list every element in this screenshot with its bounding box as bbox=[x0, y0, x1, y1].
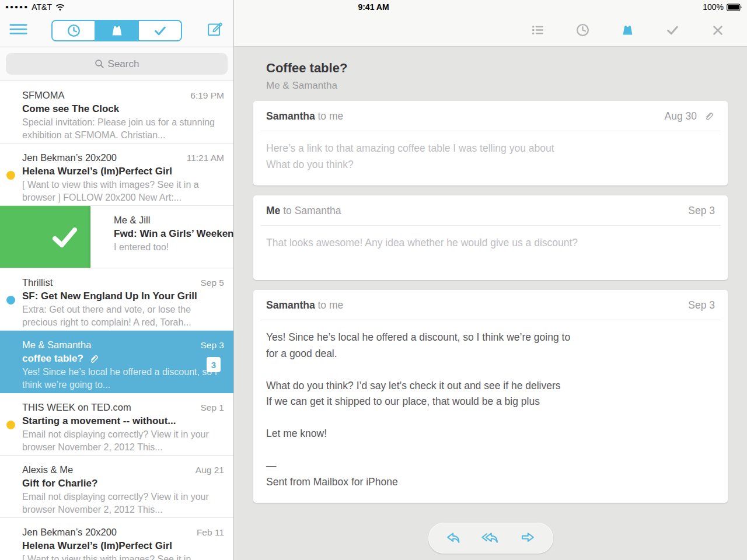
email-row-content: Me & SamanthaSep 3coffee table?Yes! Sinc… bbox=[0, 331, 233, 393]
message-body-line: If we can get it shipped to our place, t… bbox=[266, 394, 715, 410]
message-body-line: Let me know! bbox=[266, 426, 715, 442]
email-sender: Jen Bekman’s 20x200 bbox=[22, 151, 117, 164]
thread-title: Coffee table? bbox=[266, 61, 715, 76]
mailbox-icon bbox=[110, 23, 124, 38]
defer-button[interactable] bbox=[560, 23, 605, 37]
message-body: Here’s a link to that amazing coffee tab… bbox=[253, 131, 728, 186]
message-card[interactable]: Samantha to meAug 30Here’s a link to tha… bbox=[253, 101, 728, 186]
carrier-label: AT&T bbox=[32, 2, 52, 12]
email-time: Sep 5 bbox=[200, 276, 224, 289]
message-list-button[interactable] bbox=[515, 23, 560, 37]
email-subject: Come see The Clock bbox=[22, 102, 224, 116]
paperclip-icon bbox=[703, 110, 715, 123]
thread-participants: Me & Samantha bbox=[266, 80, 715, 92]
email-list-item[interactable]: Jen Bekman’s 20x20011:21 AMHelena Wurzel… bbox=[0, 144, 233, 206]
email-list-item[interactable]: Alexis & MeAug 21Gift for Charlie?Email … bbox=[0, 456, 233, 518]
reply-all-icon bbox=[480, 529, 501, 547]
archive-button[interactable] bbox=[650, 23, 695, 37]
delete-button[interactable] bbox=[695, 23, 740, 37]
message-body-line: for a good deal. bbox=[266, 346, 715, 362]
email-time: Aug 21 bbox=[196, 463, 224, 477]
archive-swipe-zone bbox=[0, 206, 90, 268]
check-icon bbox=[153, 23, 167, 38]
compose-button[interactable] bbox=[206, 20, 224, 38]
message-from: Me to Samantha bbox=[266, 205, 341, 217]
email-time: 11:21 AM bbox=[187, 151, 224, 164]
message-body-line: Sent from Mailbox for iPhone bbox=[266, 474, 715, 491]
email-sender: Jen Bekman’s 20x200 bbox=[22, 526, 117, 539]
clock-icon bbox=[575, 23, 590, 37]
email-preview: [ Want to view this with images? See it … bbox=[22, 178, 224, 204]
tab-inbox[interactable] bbox=[95, 21, 138, 40]
email-preview: [ Want to view this with images? See it … bbox=[22, 553, 224, 560]
list-icon bbox=[530, 23, 545, 37]
email-list-item[interactable]: Jen Bekman’s 20x200Feb 11Helena Wurzel’s… bbox=[0, 518, 233, 560]
tab-archive[interactable] bbox=[138, 21, 181, 40]
message-card[interactable]: Me to SamanthaSep 3That looks awesome! A… bbox=[253, 195, 728, 280]
email-time: 6:19 PM bbox=[190, 89, 224, 102]
email-time: Sep 1 bbox=[200, 401, 224, 414]
email-sender: THIS WEEK on TED.com bbox=[22, 401, 131, 414]
message-from: Samantha to me bbox=[266, 299, 343, 312]
unread-dot bbox=[6, 421, 15, 429]
email-subject: Starting a movement -- without... bbox=[22, 414, 224, 428]
message-header: Samantha to meAug 30 bbox=[253, 101, 728, 131]
reply-icon bbox=[444, 529, 462, 547]
email-subject: coffee table? bbox=[22, 352, 224, 366]
message-from: Samantha to me bbox=[266, 110, 343, 123]
search-icon bbox=[95, 59, 104, 69]
email-subject: Fwd: Win a Girls’ Weekend Getaway! bbox=[114, 227, 233, 241]
email-list-item[interactable]: ThrillistSep 5SF: Get New England Up In … bbox=[0, 268, 233, 331]
message-date: Sep 3 bbox=[688, 205, 715, 217]
message-meta: Aug 30 bbox=[665, 110, 715, 123]
email-preview: Email not displaying correctly? View it … bbox=[22, 428, 224, 453]
close-icon bbox=[711, 23, 725, 37]
mailbox-segmented-control bbox=[51, 20, 182, 41]
message-body-line: What do you think? I’d say let’s check i… bbox=[266, 378, 715, 394]
email-list-item[interactable]: SFMOMA6:19 PMCome see The ClockSpecial i… bbox=[0, 81, 233, 144]
email-subject: Helena Wurzel’s (Im)Perfect Girl bbox=[22, 164, 224, 178]
email-sender: Me & Samantha bbox=[22, 338, 91, 352]
email-time: Feb 11 bbox=[197, 526, 224, 539]
menu-button[interactable] bbox=[9, 23, 27, 36]
archive-check-icon bbox=[48, 223, 81, 251]
email-preview: Extra: Get out there and vote, or lose t… bbox=[22, 303, 224, 328]
search-area: Search bbox=[0, 47, 233, 81]
message-body: That looks awesome! Any idea whether he … bbox=[253, 226, 728, 280]
tab-later[interactable] bbox=[53, 21, 95, 40]
email-subject: Gift for Charlie? bbox=[22, 477, 224, 491]
check-icon bbox=[665, 23, 680, 37]
message-body-line bbox=[266, 410, 715, 426]
email-preview: Yes! Since he’s local he offered a disco… bbox=[22, 366, 224, 391]
search-input[interactable]: Search bbox=[6, 53, 228, 75]
thread-header: Coffee table? Me & Samantha bbox=[234, 47, 747, 99]
message-date: Aug 30 bbox=[665, 110, 697, 123]
email-subject: Helena Wurzel’s (Im)Perfect Girl bbox=[22, 539, 224, 553]
message-card[interactable]: Samantha to meSep 3Yes! Since he’s local… bbox=[253, 290, 728, 503]
email-subject: SF: Get New England Up In Your Grill bbox=[22, 289, 224, 303]
email-row-content: SFMOMA6:19 PMCome see The ClockSpecial i… bbox=[0, 81, 233, 143]
message-body-line: Here’s a link to that amazing coffee tab… bbox=[266, 141, 715, 157]
email-list-pane: Search SFMOMA6:19 PMCome see The ClockSp… bbox=[0, 0, 233, 560]
message-date: Sep 3 bbox=[688, 299, 715, 312]
email-list-item[interactable]: Me & JillFwd: Win a Girls’ Weekend Getaw… bbox=[0, 206, 233, 268]
mailbox-icon bbox=[620, 23, 635, 37]
forward-icon bbox=[519, 529, 537, 547]
email-sender: SFMOMA bbox=[22, 89, 64, 102]
message-body-line bbox=[266, 442, 715, 459]
message-body: Yes! Since he’s local he offered a disco… bbox=[253, 320, 728, 503]
message-body-line: What do you think? bbox=[266, 157, 715, 173]
email-time: Sep 3 bbox=[200, 338, 224, 352]
email-list-item[interactable]: THIS WEEK on TED.comSep 1Starting a move… bbox=[0, 393, 233, 456]
forward-button[interactable] bbox=[519, 529, 537, 547]
email-row-content: Jen Bekman’s 20x20011:21 AMHelena Wurzel… bbox=[0, 144, 233, 205]
email-list-item[interactable]: Me & SamanthaSep 3coffee table?Yes! Sinc… bbox=[0, 331, 233, 393]
message-meta: Sep 3 bbox=[688, 299, 715, 312]
reply-all-button[interactable] bbox=[480, 529, 501, 547]
inbox-button[interactable] bbox=[605, 23, 650, 37]
reply-button[interactable] bbox=[444, 529, 462, 547]
paperclip-icon bbox=[88, 353, 100, 365]
email-row-content: ThrillistSep 5SF: Get New England Up In … bbox=[0, 268, 233, 330]
search-placeholder: Search bbox=[108, 58, 139, 70]
message-header: Samantha to meSep 3 bbox=[253, 290, 728, 320]
